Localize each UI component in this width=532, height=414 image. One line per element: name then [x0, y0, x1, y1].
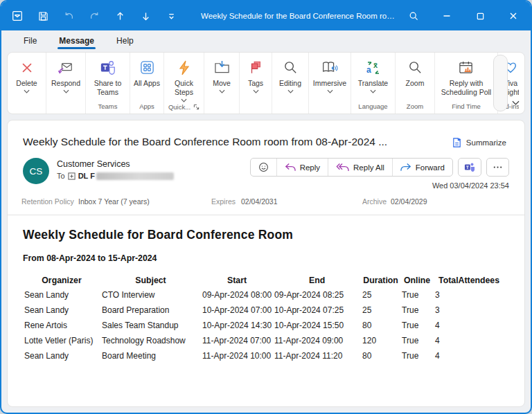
- share-to-teams-button[interactable]: Share to Teams: [86, 53, 130, 101]
- table-cell: 4: [434, 318, 504, 333]
- editing-icon: [283, 58, 299, 77]
- zoom-button[interactable]: Zoom: [396, 53, 434, 101]
- move-button[interactable]: Move: [204, 53, 239, 101]
- quick-steps-icon: [177, 58, 192, 77]
- quick-steps-button[interactable]: Quick Steps: [164, 53, 204, 102]
- recipient-chip[interactable]: DL F: [78, 172, 174, 180]
- next-item-button[interactable]: [138, 8, 153, 24]
- expires-value: 02/04/2031: [241, 197, 278, 206]
- expand-recipients-icon[interactable]: [68, 172, 76, 180]
- sender-name[interactable]: Customer Services: [57, 159, 174, 169]
- tab-file[interactable]: File: [22, 33, 38, 51]
- reply-all-button[interactable]: Reply All: [328, 159, 393, 176]
- immersive-reader-icon: [321, 58, 339, 77]
- table-cell: Rene Artois: [23, 318, 100, 333]
- ribbon-tabs: File Message Help: [1, 30, 531, 51]
- save-button[interactable]: [35, 8, 51, 24]
- ribbon-group-language: a x̄ Translate Language: [351, 53, 396, 114]
- table-cell: 4: [434, 333, 504, 348]
- table-cell: 10-Apr-2024 15:50: [273, 318, 361, 333]
- editing-button[interactable]: Editing: [272, 53, 308, 101]
- immersive-button[interactable]: Immersive: [309, 53, 351, 101]
- scheduling-poll-button[interactable]: Reply with Scheduling Poll: [435, 53, 497, 101]
- all-apps-button[interactable]: All Apps: [130, 53, 163, 101]
- table-cell: True: [400, 303, 434, 318]
- table-cell: 80: [361, 348, 400, 363]
- forward-button[interactable]: Forward: [393, 159, 452, 176]
- table-cell: 10-Apr-2024 07:25: [273, 303, 361, 318]
- table-cell: 11-Apr-2024 07:00: [201, 333, 273, 348]
- reactions-button[interactable]: [251, 159, 277, 176]
- tags-button[interactable]: Tags: [240, 53, 272, 101]
- ribbon-group-respond: Respond: [46, 53, 86, 114]
- undo-button[interactable]: [61, 8, 76, 24]
- more-icon: [493, 162, 503, 172]
- ribbon-group-tags: Tags: [240, 53, 272, 114]
- table-header-cell: TotalAttendees: [434, 273, 504, 287]
- to-label: To: [57, 172, 65, 180]
- group-label-apps: Apps: [130, 101, 163, 114]
- table-cell: Sean Landy: [23, 348, 100, 363]
- compliance-bar: Retention Policy Inbox 7 Year (7 years) …: [8, 197, 524, 208]
- table-row: Sean LandyBoard Preparation10-Apr-2024 0…: [23, 303, 504, 318]
- group-label-teams: Teams: [86, 101, 130, 114]
- table-cell: 10-Apr-2024 07:00: [201, 303, 273, 318]
- tab-help[interactable]: Help: [115, 33, 135, 51]
- group-label-quick-steps: Quick...: [164, 102, 204, 114]
- redo-button[interactable]: [87, 8, 102, 24]
- retention-policy-value: Inbox 7 Year (7 years): [78, 197, 150, 206]
- app-icon: [10, 8, 25, 24]
- respond-icon: [57, 58, 75, 77]
- table-cell: 3: [434, 287, 504, 303]
- header-divider: [8, 215, 524, 215]
- table-header-row: OrganizerSubjectStartEndDurationOnlineTo…: [23, 273, 504, 287]
- window-title: Weekly Schedule for the Board Conference…: [201, 12, 399, 20]
- redacted-recipient: [96, 172, 174, 180]
- title-bar: Weekly Schedule for the Board Conference…: [1, 1, 531, 30]
- table-body: Sean LandyCTO Interview09-Apr-2024 08:00…: [23, 287, 504, 363]
- table-row: Lotte Vetler (Paris)Technology Roadshow1…: [23, 333, 504, 348]
- previous-item-button[interactable]: [112, 8, 127, 24]
- sender-avatar[interactable]: CS: [23, 158, 49, 184]
- move-folder-icon: [213, 58, 231, 77]
- reading-pane: Weekly Schedule for the Board Conference…: [7, 120, 525, 407]
- ribbon-collapse-chevron-icon[interactable]: [510, 97, 521, 108]
- ribbon: Delete Respond: [7, 52, 525, 114]
- close-button[interactable]: [506, 8, 521, 24]
- ribbon-group-apps: All Apps Apps: [130, 53, 164, 114]
- respond-button[interactable]: Respond: [46, 53, 85, 101]
- table-cell: Sean Landy: [23, 287, 100, 303]
- table-cell: True: [400, 318, 434, 333]
- customize-toolbar-chevron-icon[interactable]: [163, 8, 179, 24]
- dialog-launcher-icon[interactable]: [193, 104, 200, 110]
- search-icon[interactable]: [406, 8, 421, 24]
- table-header-cell: End: [273, 273, 361, 287]
- quick-access-toolbar: [10, 8, 179, 24]
- reply-button[interactable]: Reply: [277, 159, 328, 176]
- minimize-button[interactable]: [439, 8, 454, 24]
- table-cell: True: [400, 287, 434, 303]
- delete-button[interactable]: Delete: [8, 53, 46, 101]
- table-cell: Board Meeting: [100, 348, 201, 363]
- more-actions-button[interactable]: [486, 158, 509, 177]
- ribbon-group-editing: Editing: [272, 53, 309, 114]
- delete-icon: [19, 58, 35, 77]
- outlook-message-window: Weekly Schedule for the Board Conference…: [0, 0, 532, 414]
- share-to-teams-quick-button[interactable]: [458, 158, 481, 177]
- all-apps-icon: [139, 58, 155, 77]
- svg-text:x̄: x̄: [373, 61, 378, 69]
- body-heading: Weekly Schedule for Board Conference Roo…: [23, 228, 509, 242]
- tab-message[interactable]: Message: [57, 33, 96, 51]
- table-cell: 09-Apr-2024 08:00: [201, 287, 273, 303]
- table-cell: True: [400, 333, 434, 348]
- ribbon-group-zoom: Zoom Zoom: [396, 53, 435, 114]
- translate-icon: a x̄: [365, 58, 382, 77]
- ribbon-group-immersive: Immersive: [309, 53, 351, 114]
- retention-policy-label: Retention Policy: [21, 197, 74, 206]
- translate-button[interactable]: a x̄ Translate: [351, 53, 395, 101]
- maximize-button[interactable]: [472, 8, 488, 24]
- svg-text:a: a: [366, 65, 371, 75]
- summarize-button[interactable]: Summarize: [452, 137, 506, 148]
- table-cell: 11-Apr-2024 11:20: [273, 348, 361, 363]
- ribbon-scrollbar[interactable]: [493, 55, 508, 111]
